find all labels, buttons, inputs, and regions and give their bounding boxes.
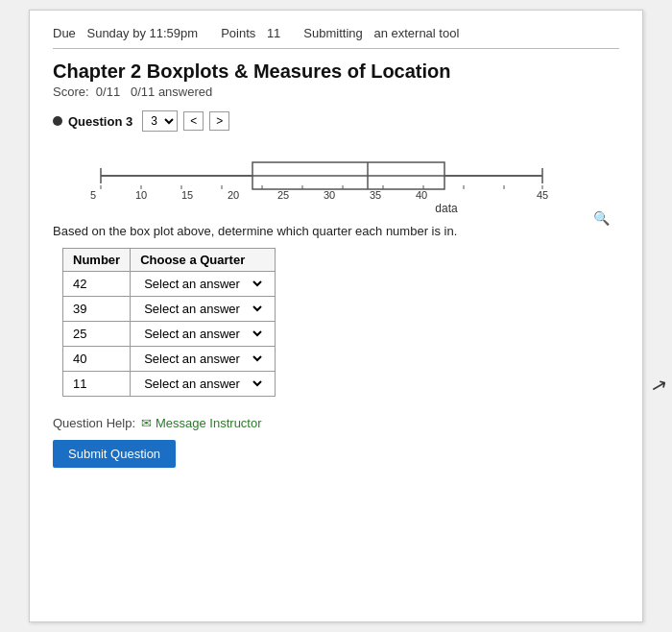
- svg-text:5: 5: [90, 189, 96, 200]
- submit-button[interactable]: Submit Question: [53, 440, 176, 468]
- table-row: 40Select an answer1st Quarter2nd Quarter…: [63, 347, 276, 372]
- boxplot-svg: 5 10 15 20 25 30 35 40 45: [72, 147, 571, 200]
- chapter-title: Chapter 2 Boxplots & Measures of Locatio…: [53, 61, 619, 83]
- quarter-cell: Select an answer1st Quarter2nd Quarter3r…: [131, 347, 276, 372]
- message-link-text: Message Instructor: [156, 416, 262, 430]
- table-row: 11Select an answer1st Quarter2nd Quarter…: [63, 372, 276, 397]
- magnify-icon[interactable]: 🔍: [593, 210, 610, 226]
- quarter-cell: Select an answer1st Quarter2nd Quarter3r…: [131, 272, 276, 297]
- quarter-cell: Select an answer1st Quarter2nd Quarter3r…: [131, 372, 276, 397]
- question-dot: [53, 116, 62, 126]
- answer-table: Number Choose a Quarter 42Select an answ…: [62, 248, 276, 397]
- table-row: 42Select an answer1st Quarter2nd Quarter…: [63, 272, 276, 297]
- svg-text:30: 30: [324, 189, 335, 200]
- points-info: Points 11: [221, 26, 280, 40]
- svg-text:10: 10: [135, 189, 147, 200]
- table-row: 39Select an answer1st Quarter2nd Quarter…: [63, 297, 276, 322]
- question-text: Based on the box plot above, determine w…: [53, 224, 619, 238]
- number-cell: 40: [63, 347, 131, 372]
- svg-text:20: 20: [228, 189, 239, 200]
- due-value: Sunday by 11:59pm: [86, 26, 198, 40]
- col1-header: Number: [63, 249, 131, 272]
- main-card: Due Sunday by 11:59pm Points 11 Submitti…: [29, 10, 643, 622]
- axis-data-label: data: [274, 202, 619, 215]
- number-cell: 25: [63, 322, 131, 347]
- question-nav: Question 3 3 < >: [53, 110, 619, 132]
- score-label: Score:: [53, 85, 89, 99]
- svg-text:40: 40: [416, 189, 427, 200]
- score-line: Score: 0/11 0/11 answered: [53, 85, 619, 99]
- submitting-label: Submitting: [303, 26, 362, 40]
- svg-text:15: 15: [181, 189, 193, 200]
- svg-text:25: 25: [277, 189, 289, 200]
- col2-header: Choose a Quarter: [131, 249, 276, 272]
- boxplot-area: 5 10 15 20 25 30 35 40 45 data 🔍: [72, 147, 619, 214]
- message-instructor-link[interactable]: ✉ Message Instructor: [141, 416, 262, 430]
- quarter-select-1[interactable]: Select an answer1st Quarter2nd Quarter3r…: [140, 301, 265, 317]
- submitting-value: an external tool: [373, 26, 459, 40]
- mail-icon: ✉: [141, 416, 152, 430]
- question-dropdown[interactable]: 3: [142, 110, 178, 132]
- number-cell: 42: [63, 272, 131, 297]
- quarter-select-2[interactable]: Select an answer1st Quarter2nd Quarter3r…: [140, 326, 265, 342]
- page-container: Due Sunday by 11:59pm Points 11 Submitti…: [0, 0, 672, 632]
- table-wrapper: Number Choose a Quarter 42Select an answ…: [53, 248, 619, 397]
- help-label: Question Help:: [53, 416, 135, 430]
- cursor-icon: ↖: [648, 372, 670, 399]
- quarter-select-4[interactable]: Select an answer1st Quarter2nd Quarter3r…: [140, 376, 265, 392]
- score-value: 0/11: [96, 85, 120, 99]
- quarter-cell: Select an answer1st Quarter2nd Quarter3r…: [131, 322, 276, 347]
- points-value: 11: [267, 26, 280, 40]
- answered-value: 0/11 answered: [131, 85, 212, 99]
- svg-text:45: 45: [537, 189, 548, 200]
- question-label: Question 3: [68, 114, 132, 129]
- prev-button[interactable]: <: [183, 111, 204, 131]
- points-label: Points: [221, 26, 255, 40]
- due-info: Due Sunday by 11:59pm: [53, 26, 198, 40]
- number-cell: 39: [63, 297, 131, 322]
- submitting-info: Submitting an external tool: [303, 26, 459, 40]
- header-meta: Due Sunday by 11:59pm Points 11 Submitti…: [53, 26, 619, 49]
- number-cell: 11: [63, 372, 131, 397]
- question-help: Question Help: ✉ Message Instructor: [53, 416, 619, 430]
- due-label: Due: [53, 26, 76, 40]
- quarter-cell: Select an answer1st Quarter2nd Quarter3r…: [131, 297, 276, 322]
- table-row: 25Select an answer1st Quarter2nd Quarter…: [63, 322, 276, 347]
- svg-text:35: 35: [370, 189, 381, 200]
- next-button[interactable]: >: [209, 111, 229, 131]
- quarter-select-0[interactable]: Select an answer1st Quarter2nd Quarter3r…: [140, 276, 265, 292]
- quarter-select-3[interactable]: Select an answer1st Quarter2nd Quarter3r…: [140, 351, 265, 367]
